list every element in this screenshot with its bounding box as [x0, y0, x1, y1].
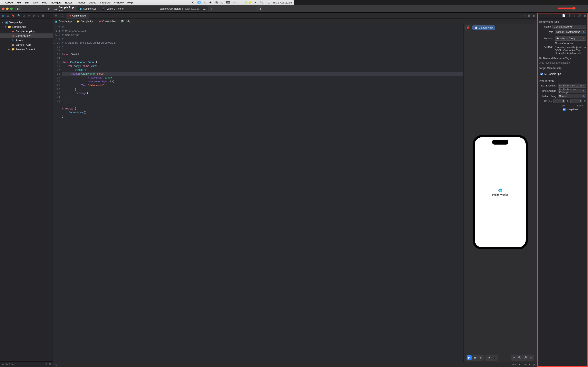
- airpods-icon[interactable]: ∩∩: [233, 1, 237, 4]
- project-tree: ▼▣Sample App ▼📁Sample App ◆Sample_AppApp…: [0, 19, 53, 184]
- build-status: Sample App: Ready | Today at 20:30: [159, 7, 199, 10]
- app-menu[interactable]: Xcode: [5, 1, 13, 4]
- minimize-window-button[interactable]: [6, 8, 9, 10]
- jumpbar-project[interactable]: Sample App: [59, 20, 72, 23]
- editor-tab-contentview[interactable]: ◆ ContentView: [66, 13, 89, 19]
- tree-folder-preview[interactable]: ▶📁Preview Content: [0, 47, 53, 51]
- menu-product[interactable]: Product: [76, 1, 85, 4]
- menu-integrate[interactable]: Integrate: [100, 1, 111, 4]
- code-content[interactable]: // // ContentView.swift // Sample App //…: [62, 24, 294, 184]
- battery-icon[interactable]: 🔋⚡: [245, 1, 251, 4]
- app-icon: ▣: [55, 20, 57, 23]
- app-icon: ▣: [79, 7, 82, 10]
- status-tray: ⟲ LT ↖ ☀ 🐈‍⬛ ⊙ ⌨ ∩∩ ᚼ 🔋⚡ ᯤ 🔍 ⌥ Tue 6 Aug…: [192, 1, 292, 4]
- add-button[interactable]: ＋: [210, 6, 214, 11]
- zoom-window-button[interactable]: [10, 8, 13, 10]
- window-titlebar: ◧ ▶ ⎇ Sample App main ▣ Sample App 〉 📱 J…: [0, 5, 294, 13]
- scheme-app: Sample App: [83, 7, 96, 10]
- related-items-icon[interactable]: ⊞: [55, 14, 57, 17]
- menu-help[interactable]: Help: [127, 1, 133, 4]
- toggle-navigator-button[interactable]: ◧: [16, 7, 21, 11]
- cursor-icon[interactable]: ↖: [204, 1, 206, 4]
- menu-editor[interactable]: Editor: [65, 1, 72, 4]
- project-title[interactable]: Sample App main: [59, 6, 74, 11]
- project-navigator-icon[interactable]: ▤: [2, 14, 4, 17]
- swift-file-icon: ◆: [99, 20, 101, 23]
- toggle-inspector-button[interactable]: ◨: [257, 7, 263, 11]
- menu-window[interactable]: Window: [114, 1, 123, 4]
- play-icon[interactable]: ⊙: [221, 1, 223, 4]
- jumpbar-group[interactable]: Sample App: [81, 20, 94, 23]
- wifi-icon[interactable]: ᯤ: [254, 1, 257, 4]
- bluetooth-icon[interactable]: ᚼ: [240, 1, 242, 4]
- scheme-device: Junior's iPhone: [107, 7, 123, 10]
- menu-edit[interactable]: Edit: [25, 1, 29, 4]
- tree-file-entitlements[interactable]: ▦Sample_App: [0, 42, 53, 47]
- cat-icon[interactable]: 🐈‍⬛: [215, 1, 218, 4]
- run-button[interactable]: ▶: [48, 7, 50, 11]
- menu-view[interactable]: View: [33, 1, 38, 4]
- device-icon: 📱: [102, 7, 105, 10]
- editor-area: ⊞ 〈 〉 ◆ ContentView ⇆ ☰ ⊞ ▣ Sample App 〉: [53, 13, 294, 184]
- jumpbar-file[interactable]: ContentView: [102, 20, 116, 23]
- breakpoint-navigator-icon[interactable]: ◁: [37, 14, 39, 17]
- navigator-tabs: ▤ ⊟ 🔖 🔍 ⚠ ◇ ⊚ ◁ ☰: [0, 13, 53, 19]
- report-navigator-icon[interactable]: ☰: [42, 14, 44, 17]
- tree-file-assets[interactable]: 🗂Assets: [0, 38, 53, 42]
- line-gutter: 1 2 3 4 5 6 7 8 9 10 11 12 13 14 15 16 1…: [53, 24, 62, 184]
- cloud-toggle-icon[interactable]: ☁: [203, 7, 206, 10]
- find-navigator-icon[interactable]: 🔍: [17, 14, 21, 17]
- menu-file[interactable]: File: [17, 1, 21, 4]
- source-control-navigator-icon[interactable]: ⊟: [7, 14, 9, 17]
- test-navigator-icon[interactable]: ◇: [28, 14, 30, 17]
- navigator-panel: ▤ ⊟ 🔖 🔍 ⚠ ◇ ⊚ ◁ ☰ ▼▣Sample App ▼📁Sample …: [0, 13, 53, 184]
- issue-navigator-icon[interactable]: ⚠: [23, 14, 26, 17]
- branch-icon[interactable]: ⎇: [54, 7, 57, 10]
- property-icon: P: [121, 20, 123, 22]
- tree-group[interactable]: ▼📁Sample App: [0, 25, 53, 29]
- debug-navigator-icon[interactable]: ⊚: [33, 14, 35, 17]
- nav-forward-button[interactable]: 〉: [62, 14, 65, 17]
- brightness-icon[interactable]: ☀: [209, 1, 212, 4]
- folder-icon: 📁: [77, 20, 80, 23]
- tree-file-contentview[interactable]: ◆ContentView: [0, 33, 53, 38]
- scheme-status-bar[interactable]: ▣ Sample App 〉 📱 Junior's iPhone Sample …: [77, 6, 208, 11]
- control-center-icon[interactable]: ⌥: [267, 1, 270, 4]
- languagetool-icon[interactable]: LT: [197, 1, 201, 4]
- nav-back-button[interactable]: 〈: [58, 14, 61, 17]
- keyboard-icon[interactable]: ⌨: [226, 1, 230, 4]
- bookmark-navigator-icon[interactable]: 🔖: [12, 14, 15, 17]
- tree-project-root[interactable]: ▼▣Sample App: [0, 20, 53, 25]
- swift-file-icon: ◆: [69, 14, 71, 17]
- macos-menubar: Xcode File Edit View Find Navigate Edito…: [0, 0, 294, 5]
- xcode-window: ◧ ▶ ⎇ Sample App main ▣ Sample App 〉 📱 J…: [0, 5, 294, 184]
- timemachine-icon[interactable]: ⟲: [192, 1, 194, 4]
- spotlight-icon[interactable]: 🔍: [260, 1, 264, 4]
- traffic-lights: [2, 8, 13, 10]
- branch-name: main: [59, 9, 74, 11]
- jumpbar-symbol[interactable]: body: [125, 20, 130, 23]
- tree-file-appfile[interactable]: ◆Sample_AppApp: [0, 29, 53, 33]
- jump-bar[interactable]: ▣ Sample App 〉 📁 Sample App 〉 ◆ ContentV…: [53, 19, 294, 24]
- close-window-button[interactable]: [2, 8, 4, 10]
- editor-tab-bar: ⊞ 〈 〉 ◆ ContentView ⇆ ☰ ⊞: [53, 13, 294, 19]
- menu-find[interactable]: Find: [42, 1, 47, 4]
- project-name: Sample App: [59, 6, 74, 9]
- menu-navigate[interactable]: Navigate: [51, 1, 61, 4]
- code-editor[interactable]: 1 2 3 4 5 6 7 8 9 10 11 12 13 14 15 16 1…: [53, 24, 294, 184]
- clock[interactable]: Tue 6 Aug 20:36: [273, 1, 292, 4]
- menu-debug[interactable]: Debug: [89, 1, 96, 4]
- tab-label: ContentView: [72, 14, 86, 17]
- chevron-right-icon: 〉: [98, 7, 100, 10]
